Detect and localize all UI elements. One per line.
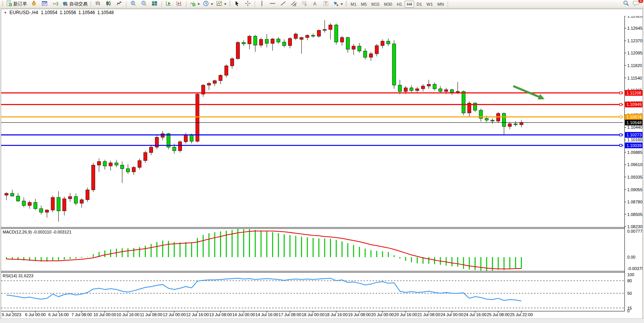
indicators-icon — [190, 0, 196, 8]
status-bar — [0, 318, 644, 323]
ohlc-close: 1.10548 — [97, 10, 113, 15]
periods-button[interactable] — [201, 0, 215, 8]
text-label-icon: T — [323, 0, 329, 8]
svg-text:1.10674: 1.10674 — [626, 115, 642, 119]
timeframe-button-W1[interactable]: W1 — [425, 1, 435, 8]
new-order-label: 新订单 — [13, 1, 27, 7]
svg-text:20 Jul 16:00: 20 Jul 16:00 — [394, 312, 417, 317]
svg-text:18 Jul 16:00: 18 Jul 16:00 — [325, 312, 348, 317]
signals-button[interactable] — [50, 0, 61, 8]
svg-text:24 Jul 00:00: 24 Jul 00:00 — [440, 312, 463, 317]
cursor-tool-button[interactable] — [232, 0, 242, 8]
chart-window-icon — [41, 0, 48, 8]
ohlc-high: 1.10556 — [60, 10, 76, 15]
notifications-button[interactable]: 1 — [631, 0, 642, 8]
timeframe-button-H1[interactable]: H1 — [395, 1, 404, 8]
svg-text:12 Jul 00:00: 12 Jul 00:00 — [163, 312, 186, 317]
horizontal-line-icon — [269, 0, 276, 8]
svg-text:19 Jul 08:00: 19 Jul 08:00 — [348, 312, 371, 317]
pouch-button[interactable] — [29, 0, 39, 8]
toolbar-drag-handle[interactable] — [229, 1, 231, 7]
timeframe-button-M5[interactable]: M5 — [359, 1, 368, 8]
ohlc-readout: 1.10554 1.10556 1.10546 1.10548 — [41, 10, 114, 15]
toolbar-drag-handle[interactable] — [346, 1, 347, 7]
text-tool-button[interactable]: A — [310, 0, 320, 8]
trendline-tool-button[interactable] — [278, 0, 289, 8]
svg-text:25 Jul 22:00: 25 Jul 22:00 — [510, 312, 533, 317]
templates-dropdown-caret — [224, 3, 226, 5]
price-chart-canvas[interactable]: 1.129201.126451.123701.120951.118201.115… — [1, 16, 642, 318]
svg-text:1.10160: 1.10160 — [627, 138, 642, 142]
toolbar-separator — [186, 1, 187, 7]
svg-text:5 Jul 2023: 5 Jul 2023 — [2, 312, 21, 317]
chart-shift-button[interactable] — [174, 0, 185, 8]
new-order-button[interactable]: 新订单 — [5, 0, 29, 8]
equidistant-channel-tool-button[interactable]: E — [289, 0, 299, 8]
arrows-tool-button[interactable] — [331, 0, 344, 8]
toolbar-drag-handle[interactable] — [2, 1, 3, 7]
svg-text:1.11208: 1.11208 — [626, 91, 641, 95]
ohlc-low: 1.10546 — [78, 10, 95, 15]
tile-windows-button[interactable] — [149, 0, 160, 8]
new-order-icon — [6, 0, 12, 8]
collapse-chart-icon[interactable]: ▼ — [4, 11, 7, 14]
crosshair-tool-button[interactable] — [242, 0, 253, 8]
timeframe-button-MN[interactable]: MN — [435, 1, 446, 8]
text-label-tool-button[interactable]: T — [320, 0, 331, 8]
toolbar-separator — [448, 1, 448, 7]
auto-scroll-button[interactable] — [163, 0, 174, 8]
templates-icon — [216, 0, 222, 8]
chart-window-button[interactable] — [39, 0, 50, 8]
svg-text:20 Jul 00:00: 20 Jul 00:00 — [371, 312, 394, 317]
cursor-icon — [234, 0, 240, 8]
line-chart-mode-button[interactable] — [114, 0, 124, 8]
bar-chart-icon — [95, 0, 101, 8]
svg-text:1.09885: 1.09885 — [627, 150, 642, 155]
svg-text:1.11820: 1.11820 — [627, 63, 642, 68]
svg-text:14 Jul 16:00: 14 Jul 16:00 — [255, 312, 278, 317]
timeframe-button-D1[interactable]: D1 — [415, 1, 424, 8]
timeframe-button-H4[interactable]: H4 — [405, 1, 414, 8]
svg-text:18 Jul 00:00: 18 Jul 00:00 — [302, 312, 325, 317]
zoom-in-button[interactable] — [128, 0, 139, 8]
auto-trading-icon — [62, 0, 68, 8]
zoom-in-icon — [130, 0, 136, 8]
svg-text:100: 100 — [627, 272, 634, 277]
svg-text:1.10949: 1.10949 — [626, 102, 642, 107]
svg-text:6 Jul 00:00: 6 Jul 00:00 — [25, 312, 46, 317]
svg-text:1.10039: 1.10039 — [626, 143, 642, 148]
fibonacci-icon: F — [301, 0, 308, 8]
toolbar-separator — [91, 1, 91, 7]
svg-text:F: F — [305, 4, 306, 6]
svg-text:10 Jul 16:00: 10 Jul 16:00 — [116, 312, 139, 317]
arrows-dropdown-caret — [341, 3, 343, 5]
zoom-out-icon — [141, 0, 147, 8]
timeframe-button-M30[interactable]: M30 — [382, 1, 394, 8]
auto-trading-button[interactable]: 自动交易 — [61, 0, 89, 8]
candlestick-mode-button[interactable] — [103, 0, 114, 8]
bar-chart-mode-button[interactable] — [92, 0, 103, 8]
zoom-out-button[interactable] — [139, 0, 149, 8]
fibonacci-tool-button[interactable]: F — [299, 0, 310, 8]
vertical-line-tool-button[interactable] — [257, 0, 267, 8]
search-button[interactable] — [620, 0, 631, 8]
macd-pane-label: MACD(12,26,9) -0.003110 -0.003121 — [3, 230, 72, 234]
toolbar: 新订单 自动交易 — [0, 0, 644, 8]
horizontal-line-tool-button[interactable] — [267, 0, 278, 8]
svg-text:1.11540: 1.11540 — [627, 76, 642, 80]
timeframe-button-M1[interactable]: M1 — [349, 1, 358, 8]
indicators-button[interactable] — [188, 0, 201, 8]
svg-text:21 Jul 08:00: 21 Jul 08:00 — [418, 312, 440, 317]
svg-text:1.08780: 1.08780 — [627, 200, 642, 204]
auto-scroll-icon — [166, 0, 172, 8]
macd-main-value: -0.003110 — [33, 230, 51, 234]
svg-text:1.08505: 1.08505 — [627, 212, 642, 217]
chart-symbol-period: EURUSD-,H4 — [10, 10, 38, 15]
macd-name: MACD(12,26,9) — [3, 230, 32, 234]
mt4-application-window: 新订单 自动交易 — [0, 0, 644, 323]
svg-text:0.007775: 0.007775 — [627, 229, 642, 233]
timeframe-button-M15[interactable]: M15 — [370, 1, 381, 8]
templates-button[interactable] — [215, 0, 228, 8]
rsi-pane-label: RSI(14) 31.6223 — [3, 273, 33, 278]
equidistant-channel-icon: E — [291, 0, 297, 8]
